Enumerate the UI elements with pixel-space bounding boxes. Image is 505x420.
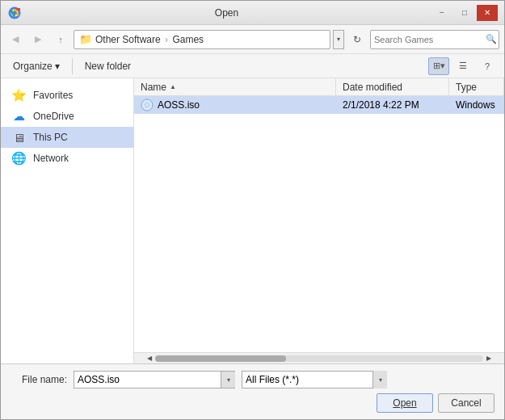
cancel-button[interactable]: Cancel — [438, 393, 494, 413]
filetype-wrap: All Files (*.*) ▾ — [242, 371, 387, 388]
chrome-icon — [7, 6, 22, 20]
address-path[interactable]: 📁 Other Software › Games — [74, 30, 330, 49]
sidebar-item-network[interactable]: 🌐 Network — [1, 148, 133, 169]
filename-input[interactable] — [74, 371, 235, 388]
actions-row: Open Cancel — [11, 393, 494, 413]
scroll-right-arrow[interactable]: ▶ — [483, 355, 494, 362]
col-type-label: Type — [456, 82, 477, 93]
onedrive-icon: ☁ — [11, 110, 27, 123]
svg-point-2 — [13, 10, 17, 15]
open-dialog: Open − □ ✕ ◀ ▶ ↑ 📁 Other Software › Game… — [0, 0, 505, 420]
dialog-title: Open — [22, 7, 431, 19]
title-bar: Open − □ ✕ — [1, 1, 504, 25]
path-part-2: Games — [172, 34, 204, 45]
this-pc-icon: 🖥 — [11, 131, 27, 144]
toolbar-right: ⊞▾ ☰ ? — [428, 57, 498, 75]
file-list-body: AOSS.iso 2/1/2018 4:22 PM Windows — [134, 96, 504, 352]
refresh-button[interactable]: ↻ — [347, 30, 367, 49]
new-folder-button[interactable]: New folder — [79, 58, 137, 74]
view-details-button[interactable]: ☰ — [452, 57, 473, 75]
file-area: Name ▲ Date modified Type — [134, 78, 504, 363]
title-bar-controls: − □ ✕ — [431, 5, 498, 21]
network-icon: 🌐 — [11, 152, 27, 165]
onedrive-label: OneDrive — [33, 111, 74, 122]
filename-row: File name: ▾ All Files (*.*) ▾ — [11, 371, 494, 388]
this-pc-label: This PC — [33, 132, 68, 143]
search-input[interactable] — [374, 35, 486, 44]
organize-label: Organize — [13, 61, 53, 72]
toolbar: Organize ▾ New folder ⊞▾ ☰ ? — [1, 54, 504, 78]
sidebar-item-favorites[interactable]: ⭐ Favorites — [1, 85, 133, 106]
scrollbar-track — [155, 355, 483, 362]
back-button[interactable]: ◀ — [6, 30, 25, 49]
organize-arrow: ▾ — [55, 61, 60, 72]
organize-button[interactable]: Organize ▾ — [7, 58, 65, 74]
filename-input-wrap: ▾ — [74, 371, 235, 388]
col-header-date[interactable]: Date modified — [336, 78, 449, 96]
view-grid-button[interactable]: ⊞▾ — [428, 57, 449, 75]
toolbar-divider — [72, 58, 73, 74]
filetype-select[interactable]: All Files (*.*) — [242, 371, 387, 388]
open-label: Open — [393, 397, 416, 409]
path-part-1: Other Software — [95, 34, 161, 45]
path-separator: › — [165, 34, 170, 45]
scroll-left-arrow[interactable]: ◀ — [144, 355, 155, 362]
new-folder-label: New folder — [85, 61, 131, 72]
help-button[interactable]: ? — [477, 57, 498, 75]
open-button[interactable]: Open — [377, 393, 433, 413]
file-cell-date: 2/1/2018 4:22 PM — [336, 98, 449, 112]
svg-point-5 — [146, 104, 148, 106]
path-text: Other Software › Games — [95, 34, 204, 45]
horizontal-scrollbar[interactable]: ◀ ▶ — [134, 352, 504, 363]
up-button[interactable]: ↑ — [51, 30, 70, 49]
favorites-icon: ⭐ — [11, 89, 27, 102]
search-box[interactable]: 🔍 — [370, 30, 499, 49]
address-bar: ◀ ▶ ↑ 📁 Other Software › Games ▾ ↻ 🔍 — [1, 25, 504, 54]
col-header-name[interactable]: Name ▲ — [134, 78, 336, 96]
search-icon[interactable]: 🔍 — [486, 34, 497, 44]
file-type-icon — [141, 99, 154, 111]
col-name-label: Name — [141, 82, 166, 93]
file-cell-name: AOSS.iso — [134, 97, 336, 113]
close-button[interactable]: ✕ — [477, 5, 498, 21]
scrollbar-thumb[interactable] — [155, 355, 286, 362]
col-header-type[interactable]: Type — [449, 78, 504, 96]
sidebar-item-this-pc[interactable]: 🖥 This PC — [1, 127, 133, 148]
file-row[interactable]: AOSS.iso 2/1/2018 4:22 PM Windows — [134, 96, 504, 114]
favorites-label: Favorites — [33, 90, 73, 101]
main-content: ⭐ Favorites ☁ OneDrive 🖥 This PC 🌐 Netwo… — [1, 78, 504, 363]
file-name: AOSS.iso — [158, 99, 200, 111]
network-label: Network — [33, 153, 69, 164]
bottom-bar: File name: ▾ All Files (*.*) ▾ Open Canc… — [1, 363, 504, 419]
sidebar-item-onedrive[interactable]: ☁ OneDrive — [1, 106, 133, 127]
file-cell-type: Windows — [449, 98, 504, 112]
minimize-button[interactable]: − — [431, 5, 452, 21]
sidebar: ⭐ Favorites ☁ OneDrive 🖥 This PC 🌐 Netwo… — [1, 78, 134, 363]
folder-icon: 📁 — [79, 33, 92, 45]
filename-label: File name: — [11, 374, 67, 385]
path-dropdown-button[interactable]: ▾ — [333, 30, 344, 49]
sort-arrow: ▲ — [170, 83, 176, 90]
maximize-button[interactable]: □ — [454, 5, 475, 21]
col-date-label: Date modified — [343, 82, 402, 93]
file-list-header: Name ▲ Date modified Type — [134, 78, 504, 96]
filename-dropdown-arrow[interactable]: ▾ — [221, 371, 235, 388]
forward-button[interactable]: ▶ — [28, 30, 48, 49]
